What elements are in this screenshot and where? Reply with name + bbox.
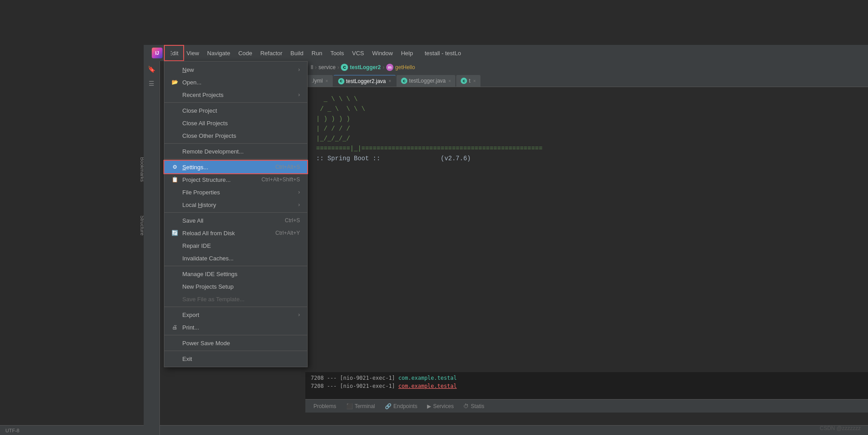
tabs-bar: .lyml × C testLogger2.java × C testLogge… (305, 74, 868, 87)
watermark: CSDN @zzzzzzz (820, 425, 861, 431)
menu-item-window[interactable]: Window (369, 48, 397, 58)
breadcrumb-sep3: › (383, 64, 384, 70)
menu-reload[interactable]: 🔄 Reload All from Disk Ctrl+Alt+Y (164, 227, 307, 239)
breadcrumb-ll: ll (311, 64, 313, 70)
menu-remote-dev[interactable]: Remote Development... (164, 145, 307, 158)
remote-icon (171, 147, 179, 155)
menu-item-build[interactable]: Build (287, 48, 307, 58)
sep5 (164, 266, 307, 266)
menu-invalidate-label: Invalidate Caches... (182, 255, 234, 262)
tab-ct-icon: C (461, 78, 467, 84)
menu-new[interactable]: New › (164, 63, 307, 76)
open-icon: 📂 (171, 78, 179, 86)
tab-testlogger2-icon: C (338, 78, 344, 84)
menu-item-view[interactable]: View (183, 48, 203, 58)
bottom-tab-services-label: Services (433, 403, 454, 409)
tab-ct[interactable]: C t × (456, 75, 480, 87)
breadcrumb-service: service (318, 64, 335, 70)
breadcrumb-classname: testLogger2 (350, 64, 381, 70)
menu-close-all-label: Close All Projects (182, 120, 228, 127)
menu-item-navigate[interactable]: Navigate (203, 48, 234, 58)
menu-file-props-label: File Properties (182, 189, 220, 196)
menu-manage-ide[interactable]: Manage IDE Settings (164, 268, 307, 280)
menu-reload-label: Reload All from Disk (182, 230, 235, 237)
code-line-6: =========|_|============================… (316, 144, 857, 154)
tab-testlogger-label: testLogger.java (409, 78, 445, 84)
tab-yml-close[interactable]: × (326, 79, 328, 83)
menu-close-other-projects[interactable]: Close Other Projects (164, 129, 307, 142)
recent-icon (171, 91, 179, 99)
bottom-tab-terminal-label: Terminal (355, 403, 375, 409)
close-project-icon (171, 106, 179, 114)
breadcrumb-bar: ll › service › C testLogger2 › m getHell… (305, 61, 868, 74)
menu-power-save[interactable]: Power Save Mode (164, 337, 307, 349)
tab-testlogger-close[interactable]: × (449, 79, 451, 83)
tab-testlogger2[interactable]: C testLogger2.java × (334, 75, 396, 87)
code-line-7: :: Spring Boot :: (v2.7.6) (316, 154, 857, 163)
menu-item-run[interactable]: Run (308, 48, 326, 58)
menu-save-all[interactable]: Save All Ctrl+S (164, 214, 307, 227)
bottom-tab-endpoints[interactable]: 🔗 Endpoints (380, 401, 422, 411)
menu-exit[interactable]: Exit (164, 352, 307, 365)
menu-repair-ide[interactable]: Repair IDE (164, 239, 307, 252)
bottom-tab-problems[interactable]: Problems (309, 401, 341, 411)
menu-close-project[interactable]: Close Project (164, 104, 307, 117)
exit-icon (171, 355, 179, 363)
tab-ct-close[interactable]: × (473, 79, 476, 83)
status-text: UTF-8 (5, 428, 19, 433)
export-arrow-icon: › (298, 312, 300, 318)
sidebar-icon-structure[interactable]: ☰ (145, 77, 158, 90)
menu-close-all-projects[interactable]: Close All Projects (164, 117, 307, 129)
menu-file-properties[interactable]: File Properties › (164, 186, 307, 198)
menu-save-template: Save File as Template... (164, 293, 307, 305)
menu-close-other-label: Close Other Projects (182, 132, 236, 139)
menu-local-history[interactable]: Local History › (164, 198, 307, 211)
log-line-1: 7208 --- [nio-9021-exec-1] com.example.t… (311, 374, 863, 382)
invalidate-icon (171, 254, 179, 262)
sep7 (164, 335, 307, 335)
menu-settings[interactable]: ⚙ Settings... Ctrl+Alt+S (164, 161, 307, 173)
menu-export[interactable]: Export › (164, 308, 307, 321)
tab-testlogger[interactable]: C testLogger.java × (397, 75, 455, 87)
file-dropdown-menu: New › 📂 Open... Recent Projects › Close … (164, 61, 308, 367)
tab-testlogger2-close[interactable]: × (388, 79, 391, 83)
reload-icon: 🔄 (171, 229, 179, 237)
breadcrumb-method-icon: m (386, 64, 393, 71)
sidebar-icon-bookmark[interactable]: 🔖 (145, 63, 158, 75)
menu-item-refactor[interactable]: Refactor (257, 48, 286, 58)
services-icon: ▶ (427, 403, 431, 409)
save-template-icon (171, 295, 179, 303)
breadcrumb-sep2: › (337, 64, 339, 70)
menu-item-help[interactable]: Help (397, 48, 417, 58)
close-all-icon (171, 119, 179, 127)
new-projects-icon (171, 282, 179, 290)
bottom-tab-statis[interactable]: ⏱ Statis (459, 401, 489, 411)
menu-recent-label: Recent Projects (182, 92, 224, 98)
sep8 (164, 351, 307, 351)
statis-icon: ⏱ (463, 403, 469, 409)
tab-yml[interactable]: .lyml × (307, 75, 333, 87)
menu-new-label: New (182, 66, 194, 73)
code-line-3: | ) ) ) ) (316, 114, 857, 124)
project-structure-icon: 📋 (171, 176, 179, 184)
settings-icon: ⚙ (171, 163, 179, 171)
menu-project-structure[interactable]: 📋 Project Structure... Ctrl+Alt+Shift+S (164, 173, 307, 186)
menu-item-tools[interactable]: Tools (327, 48, 348, 58)
menu-close-project-label: Close Project (182, 107, 217, 114)
menu-export-label: Export (182, 312, 199, 318)
save-shortcut: Ctrl+S (285, 217, 300, 224)
sep3 (164, 159, 307, 159)
menu-print[interactable]: 🖨 Print... (164, 321, 307, 334)
menu-recent-projects[interactable]: Recent Projects › (164, 88, 307, 101)
menu-invalidate-caches[interactable]: Invalidate Caches... (164, 252, 307, 264)
menu-save-all-label: Save All (182, 217, 203, 224)
status-bar: UTF-8 (0, 425, 868, 435)
menu-new-projects-setup[interactable]: New Projects Setup (164, 280, 307, 293)
code-editor: _ \ \ \ \ / _ \ \ \ \ | ) ) ) ) | / / / … (305, 87, 868, 399)
menu-item-code[interactable]: Code (235, 48, 256, 58)
bottom-tab-services[interactable]: ▶ Services (423, 401, 458, 411)
new-icon (171, 66, 179, 74)
menu-item-vcs[interactable]: VCS (348, 48, 368, 58)
bottom-tab-terminal[interactable]: ⬛ Terminal (342, 401, 379, 411)
menu-open[interactable]: 📂 Open... (164, 76, 307, 88)
